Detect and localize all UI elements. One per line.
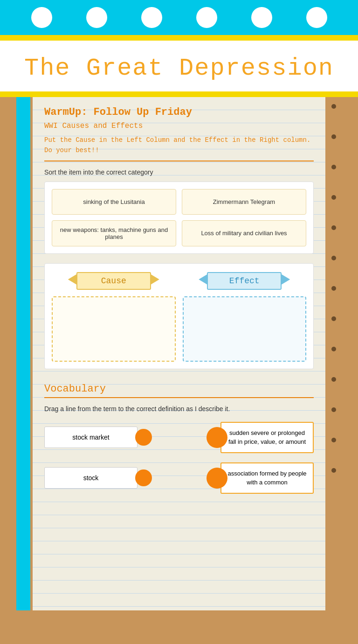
cork-dot-7 [331,286,336,291]
effect-ribbon: Effect [202,271,286,292]
effect-ribbon-main: Effect [207,272,282,290]
cork-dot-6 [331,256,336,260]
warmup-section: WarmUp: Follow Up Friday WWI Causes and … [44,106,314,369]
top-dot-4 [196,7,217,28]
left-cyan-tab [16,97,30,610]
sort-instruction: Sort the item into the correct category [44,168,314,176]
cork-dot-9 [331,347,336,351]
top-bar [0,0,358,35]
cork-dot-3 [331,165,336,169]
top-dot-5 [251,7,272,28]
cork-dot-2 [331,134,336,139]
sort-items-grid: sinking of the Lusitania Zimmermann Tele… [44,182,314,254]
main-title: The Great Depression [9,55,349,82]
vocab-underline [44,397,314,398]
vocab-term-1: stock market [44,427,138,448]
vocab-line-2 [152,477,207,479]
top-dot-6 [306,7,327,28]
cause-effect-container: Cause Effect [44,263,314,369]
warmup-instruction: Put the Cause in the Left Column and the… [44,135,314,156]
cause-column: Cause [52,271,176,362]
sort-item-2[interactable]: Zimmermann Telegram [182,189,306,215]
vocab-connector-dot-1[interactable] [135,429,152,446]
sort-item-3[interactable]: new weapons: tanks, machine guns and pla… [52,220,176,246]
vocab-instruction: Drag a line from the term to the correct… [44,405,314,413]
vocab-connector-dot-2[interactable] [135,469,152,486]
effect-column: Effect [183,271,307,362]
vocab-definition-1: sudden severe or prolonged fall in price… [220,422,314,453]
vocab-def-dot-1[interactable] [207,427,227,448]
sort-item-1[interactable]: sinking of the Lusitania [52,189,176,215]
vocab-definition-2: association formed by people with a comm… [220,462,314,494]
yellow-divider [0,91,358,97]
cork-dot-8 [331,316,336,321]
vocab-title: Vocabulary [44,383,314,395]
cause-ribbon: Cause [72,271,156,292]
yellow-line-top [0,35,358,41]
top-dot-3 [141,7,162,28]
wwi-subtitle: WWI Causes and Effects [44,122,314,130]
effect-drop-zone[interactable] [183,296,307,362]
vocab-term-2: stock [44,467,138,489]
vocab-row-1: stock market sudden severe or prolonged … [44,422,314,453]
cork-dot-12 [331,438,336,442]
title-area: The Great Depression [0,41,358,91]
cause-ribbon-main: Cause [76,272,151,290]
cork-dot-13 [331,468,336,473]
warmup-title: WarmUp: Follow Up Friday [44,106,314,118]
vocab-matching-area: stock market sudden severe or prolonged … [44,422,314,494]
cork-dot-10 [331,377,336,382]
vocab-line-1 [152,437,207,438]
vocab-row-2: stock association formed by people with … [44,462,314,494]
bottom-area [0,610,358,624]
content-wrapper: WarmUp: Follow Up Friday WWI Causes and … [0,97,358,610]
top-dot-1 [31,7,52,28]
cork-dot-4 [331,195,336,200]
top-dot-2 [86,7,107,28]
sort-item-4[interactable]: Loss of military and civilian lives [182,220,306,246]
cause-drop-zone[interactable] [52,296,176,362]
cork-dot-1 [331,104,336,109]
warmup-underline [44,161,314,161]
main-paper: WarmUp: Follow Up Friday WWI Causes and … [33,97,325,610]
vocab-def-dot-2[interactable] [207,468,227,489]
cause-label: Cause [101,276,126,286]
effect-label: Effect [229,276,260,286]
vocabulary-section: Vocabulary Drag a line from the term to … [44,383,314,494]
cork-dot-11 [331,407,336,412]
cork-dot-5 [331,225,336,230]
right-cork-side [325,97,342,610]
